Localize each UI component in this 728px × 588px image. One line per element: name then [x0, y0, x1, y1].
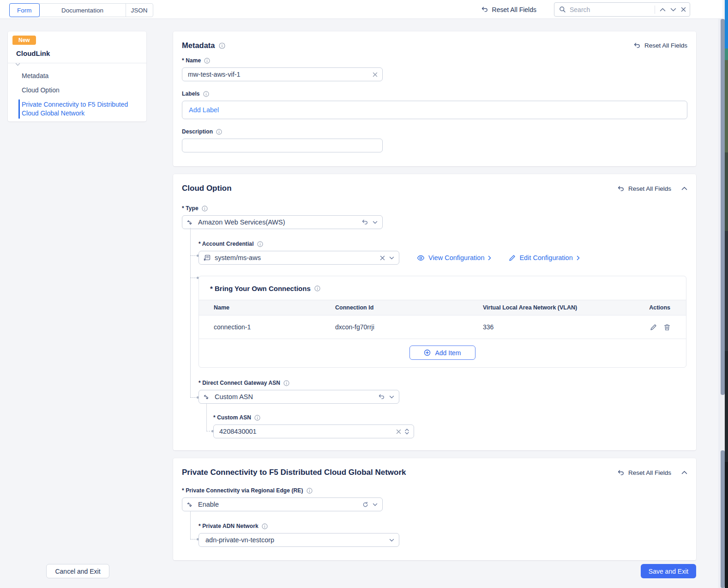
- labels-field-label: Labels: [182, 91, 200, 97]
- custom-asn-field: [213, 424, 414, 438]
- field-reset-icon[interactable]: [361, 219, 368, 225]
- collapse-caret-icon[interactable]: [15, 63, 20, 66]
- tab-documentation[interactable]: Documentation: [39, 3, 126, 17]
- add-item-button[interactable]: Add Item: [409, 346, 475, 360]
- metadata-reset-fields-button[interactable]: Reset All Fields: [633, 42, 687, 49]
- private-connectivity-section: Private Connectivity to F5 Distributed C…: [173, 458, 696, 560]
- private-adn-select-value: adn-private-vn-testcorp: [205, 536, 385, 544]
- chevron-down-icon[interactable]: [373, 503, 378, 506]
- connector-branch: [190, 397, 198, 398]
- search-box[interactable]: [554, 2, 690, 17]
- table-row: connection-1 dxcon-fg70rrji 336: [199, 315, 686, 339]
- view-tabs: Form Documentation JSON: [9, 3, 153, 17]
- edit-configuration-link[interactable]: Edit Configuration: [509, 254, 579, 261]
- pencil-icon: [509, 255, 516, 261]
- account-credential-value: system/ms-aws: [215, 254, 376, 261]
- field-reset-icon[interactable]: [378, 394, 385, 400]
- scrollbar-thumb[interactable]: [721, 19, 725, 395]
- info-icon[interactable]: [314, 285, 320, 291]
- private-adn-select[interactable]: adn-private-vn-testcorp: [199, 533, 399, 547]
- info-icon[interactable]: [202, 206, 208, 212]
- byoc-table-header: Name Connection Id Virtual Local Area Ne…: [199, 300, 686, 315]
- cancel-and-exit-button[interactable]: Cancel and Exit: [46, 564, 109, 578]
- reset-fields-label: Reset All Fields: [628, 185, 671, 192]
- regional-edge-select[interactable]: Enable: [182, 497, 383, 511]
- byoc-title: * Bring Your Own Connections: [210, 285, 311, 292]
- connector-branch: [190, 255, 198, 256]
- regional-edge-select-value: Enable: [198, 501, 358, 508]
- info-icon[interactable]: [283, 380, 289, 386]
- info-icon[interactable]: [262, 523, 268, 529]
- description-field-label: Description: [182, 128, 213, 135]
- tab-json[interactable]: JSON: [126, 3, 153, 17]
- bring-your-own-connections-box: * Bring Your Own Connections Name Connec…: [199, 276, 686, 368]
- info-icon[interactable]: [219, 42, 225, 49]
- collapse-section-icon[interactable]: [681, 187, 687, 190]
- custom-asn-field-label: * Custom ASN: [213, 414, 251, 421]
- oneof-selector-icon: [187, 502, 194, 508]
- search-prev-icon[interactable]: [660, 8, 666, 12]
- form-nav-sidebar: New CloudLink Metadata Cloud Option Priv…: [8, 31, 146, 121]
- clear-icon[interactable]: [380, 255, 385, 261]
- chevron-down-icon[interactable]: [389, 395, 394, 399]
- screen-edge-artifact: [725, 0, 728, 588]
- info-icon[interactable]: [307, 488, 313, 494]
- undo-icon: [617, 185, 625, 192]
- plus-circle-icon: [424, 349, 431, 356]
- sidebar-item-cloud-option[interactable]: Cloud Option: [8, 83, 146, 97]
- collapse-section-icon[interactable]: [681, 471, 687, 474]
- chevron-down-icon[interactable]: [389, 539, 394, 542]
- reset-fields-label: Reset All Fields: [644, 42, 687, 49]
- chevron-down-icon[interactable]: [373, 221, 378, 224]
- sidebar-item-metadata[interactable]: Metadata: [8, 69, 146, 83]
- object-type-title: CloudLink: [16, 49, 146, 57]
- sidebar-item-private-connectivity[interactable]: Private Connectivity to F5 Distributed C…: [8, 97, 142, 121]
- scrollbar-thumb[interactable]: [721, 450, 725, 588]
- custom-asn-input[interactable]: [219, 428, 392, 435]
- edit-configuration-label: Edit Configuration: [519, 254, 572, 261]
- info-icon[interactable]: [216, 129, 222, 135]
- oneof-selector-icon: [187, 219, 194, 225]
- cloud-option-reset-fields-button[interactable]: Reset All Fields: [617, 185, 671, 192]
- stepper-up-icon[interactable]: [405, 429, 409, 431]
- private-connectivity-section-title: Private Connectivity to F5 Distributed C…: [182, 468, 406, 477]
- type-select[interactable]: Amazon Web Services(AWS): [182, 215, 383, 229]
- name-input[interactable]: [188, 71, 369, 78]
- dcg-asn-select-value: Custom ASN: [215, 393, 374, 400]
- search-next-icon[interactable]: [670, 8, 676, 12]
- info-icon[interactable]: [254, 415, 260, 421]
- chevron-down-icon[interactable]: [389, 256, 394, 260]
- column-header-vlan: Virtual Local Area Network (VLAN): [483, 304, 633, 311]
- view-configuration-link[interactable]: View Configuration: [417, 254, 491, 261]
- info-icon[interactable]: [257, 241, 263, 247]
- description-input[interactable]: [188, 142, 378, 149]
- chevron-right-icon: [488, 255, 491, 261]
- tab-form[interactable]: Form: [9, 3, 40, 17]
- eye-icon: [417, 255, 425, 261]
- edit-row-icon[interactable]: [650, 324, 657, 331]
- stepper-down-icon[interactable]: [405, 432, 409, 435]
- cloud-option-section: Cloud Option Reset All Fields * Type Ama…: [173, 174, 696, 450]
- info-icon[interactable]: [203, 91, 209, 97]
- refresh-icon[interactable]: [362, 502, 368, 508]
- undo-icon: [481, 6, 488, 13]
- connector-branch: [190, 278, 198, 278]
- account-credential-select[interactable]: system/ms-aws: [199, 251, 399, 265]
- delete-row-icon[interactable]: [664, 324, 670, 331]
- info-icon[interactable]: [204, 58, 210, 64]
- search-close-icon[interactable]: [681, 7, 686, 12]
- search-input[interactable]: [570, 6, 651, 13]
- dcg-asn-select[interactable]: Custom ASN: [199, 390, 399, 404]
- private-adn-field-label: * Private ADN Network: [199, 523, 259, 529]
- add-label-button[interactable]: Add Label: [189, 106, 219, 114]
- clear-icon[interactable]: [373, 72, 378, 77]
- reset-all-fields-label: Reset All Fields: [492, 6, 536, 13]
- metadata-section: Metadata Reset All Fields * Name Labels: [173, 31, 696, 166]
- metadata-section-title: Metadata: [182, 41, 215, 50]
- save-and-exit-button[interactable]: Save and Exit: [641, 564, 696, 578]
- labels-field[interactable]: Add Label: [182, 101, 687, 119]
- private-connectivity-reset-fields-button[interactable]: Reset All Fields: [617, 469, 671, 476]
- clear-icon[interactable]: [396, 429, 401, 434]
- reset-all-fields-button[interactable]: Reset All Fields: [481, 6, 536, 13]
- search-icon: [559, 6, 566, 13]
